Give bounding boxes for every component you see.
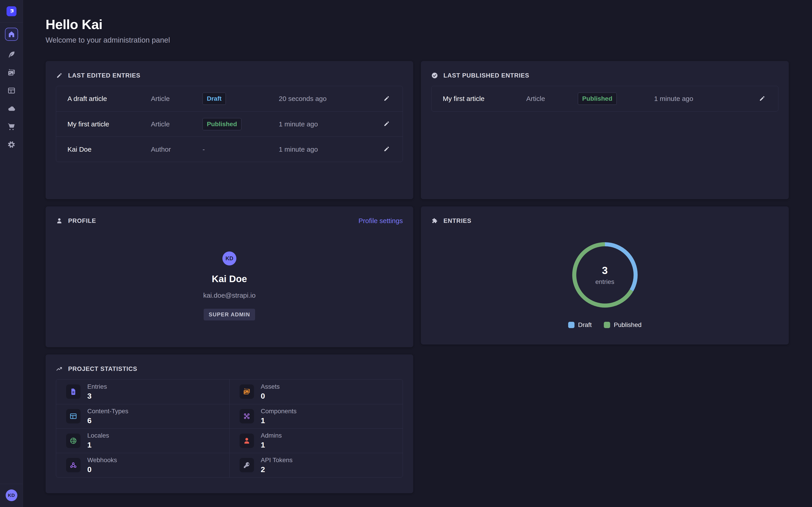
sidebar-item-content-type-builder[interactable] — [7, 86, 16, 95]
sidebar-item-deploy[interactable] — [7, 104, 16, 113]
sidebar-divider — [0, 22, 23, 23]
webhook-icon — [69, 461, 77, 469]
stat-label: Components — [261, 408, 297, 415]
user-avatar[interactable]: KD — [6, 490, 17, 501]
globe-icon — [69, 437, 77, 445]
stat-icon-tile — [66, 384, 81, 399]
avatar: KD — [222, 251, 236, 266]
entry-status: - — [203, 146, 279, 153]
entry-type: Article — [151, 120, 203, 128]
entry-time: 1 minute ago — [279, 146, 375, 153]
entry-type: Author — [151, 146, 203, 153]
stat-label: API Tokens — [261, 456, 293, 464]
card-header: PROFILE Profile settings — [56, 217, 403, 225]
components-icon — [243, 412, 251, 420]
widget-grid: LAST EDITED ENTRIES A draft article Arti… — [46, 61, 789, 493]
status-badge: - — [203, 146, 205, 153]
card-header: LAST EDITED ENTRIES — [56, 71, 403, 79]
stat-cell: Locales 1 — [56, 428, 230, 453]
page-subtitle: Welcome to your administration panel — [46, 36, 789, 44]
table-row: My first article Article Published 1 min… — [432, 86, 778, 111]
cart-icon — [7, 123, 15, 131]
card-header: PROJECT STATISTICS — [56, 365, 403, 373]
profile-card: PROFILE Profile settings KD Kai Doe kai.… — [46, 207, 413, 347]
sidebar-item-home[interactable] — [5, 28, 18, 41]
cloud-icon — [7, 105, 15, 113]
legend-item: Draft — [568, 321, 592, 329]
sidebar-item-marketplace[interactable] — [7, 122, 16, 131]
puzzle-icon — [431, 217, 438, 224]
table-row: A draft article Article Draft 20 seconds… — [56, 86, 403, 111]
profile-settings-link[interactable]: Profile settings — [358, 217, 403, 225]
edit-entry-button[interactable] — [383, 95, 390, 103]
sidebar-item-content-manager[interactable] — [7, 50, 16, 59]
stat-label: Locales — [87, 432, 109, 439]
edit-entry-button[interactable] — [383, 120, 390, 128]
sidebar-item-media-library[interactable] — [7, 68, 16, 77]
stat-cell: Assets 0 — [230, 380, 403, 404]
check-circle-icon — [431, 72, 438, 79]
entry-time: 1 minute ago — [654, 95, 750, 103]
main-content: Hello Kai Welcome to your administration… — [23, 0, 812, 507]
stat-value: 3 — [87, 392, 107, 400]
card-header: ENTRIES — [431, 217, 778, 225]
donut-center: 3 entries — [571, 241, 639, 309]
stat-icon-tile — [240, 458, 254, 472]
stat-value: 2 — [261, 465, 293, 474]
status-badge: Published — [203, 118, 241, 130]
entry-name: A draft article — [67, 95, 151, 103]
strapi-logo-icon — [9, 8, 14, 14]
table-row: Kai Doe Author - 1 minute ago — [56, 136, 403, 162]
role-badge: SUPER ADMIN — [204, 309, 255, 321]
stat-label: Admins — [261, 432, 282, 439]
pencil-icon — [383, 120, 390, 127]
stat-cell: Components 1 — [230, 404, 403, 429]
chart-legend: Draft Published — [568, 321, 642, 329]
entry-time: 20 seconds ago — [279, 95, 375, 103]
sidebar: KD — [0, 0, 23, 507]
key-icon — [243, 461, 251, 469]
donut-total-label: entries — [595, 278, 614, 285]
gear-icon — [7, 140, 15, 149]
stat-label: Content-Types — [87, 408, 128, 415]
edit-entry-button[interactable] — [383, 146, 390, 153]
entry-status: Draft — [203, 93, 279, 105]
card-title: LAST EDITED ENTRIES — [68, 72, 141, 79]
entry-name: Kai Doe — [67, 146, 151, 153]
edit-entry-button[interactable] — [759, 95, 766, 103]
layout-icon — [7, 87, 15, 95]
stat-icon-tile — [66, 409, 81, 424]
strapi-logo[interactable] — [6, 6, 16, 16]
card-title: PROFILE — [68, 217, 96, 224]
pencil-icon — [56, 72, 63, 79]
media-icon — [7, 68, 15, 76]
stat-value: 1 — [261, 416, 297, 425]
profile-email: kai.doe@strapi.io — [203, 292, 256, 299]
last-edited-table: A draft article Article Draft 20 seconds… — [56, 86, 403, 162]
card-title: ENTRIES — [444, 217, 471, 224]
entry-type: Article — [151, 95, 203, 103]
entry-status: Published — [578, 93, 654, 105]
stat-icon-tile — [66, 458, 81, 472]
statistics-table: Entries 3 Assets 0 Content-Types 6 Compo… — [56, 379, 403, 477]
card-title: LAST PUBLISHED ENTRIES — [444, 72, 529, 79]
legend-swatch — [604, 322, 610, 328]
status-badge: Draft — [203, 93, 226, 105]
stat-value: 0 — [261, 392, 280, 400]
document-icon — [69, 388, 77, 395]
legend-label: Draft — [578, 321, 592, 329]
profile-body: KD Kai Doe kai.doe@strapi.io SUPER ADMIN — [56, 251, 403, 321]
stat-label: Entries — [87, 383, 107, 390]
project-statistics-card: PROJECT STATISTICS Entries 3 Assets 0 Co… — [46, 354, 413, 493]
stat-icon-tile — [240, 384, 254, 399]
media-icon — [243, 388, 251, 395]
stat-label: Webhooks — [87, 456, 117, 464]
stat-icon-tile — [66, 434, 81, 448]
card-header: LAST PUBLISHED ENTRIES — [431, 71, 778, 79]
stat-value: 6 — [87, 416, 128, 425]
card-title: PROJECT STATISTICS — [68, 365, 137, 373]
sidebar-item-settings[interactable] — [7, 140, 16, 149]
entry-name: My first article — [67, 120, 151, 128]
entries-donut-chart: 3 entries Draft Published — [431, 225, 778, 329]
sidebar-nav — [5, 28, 18, 149]
